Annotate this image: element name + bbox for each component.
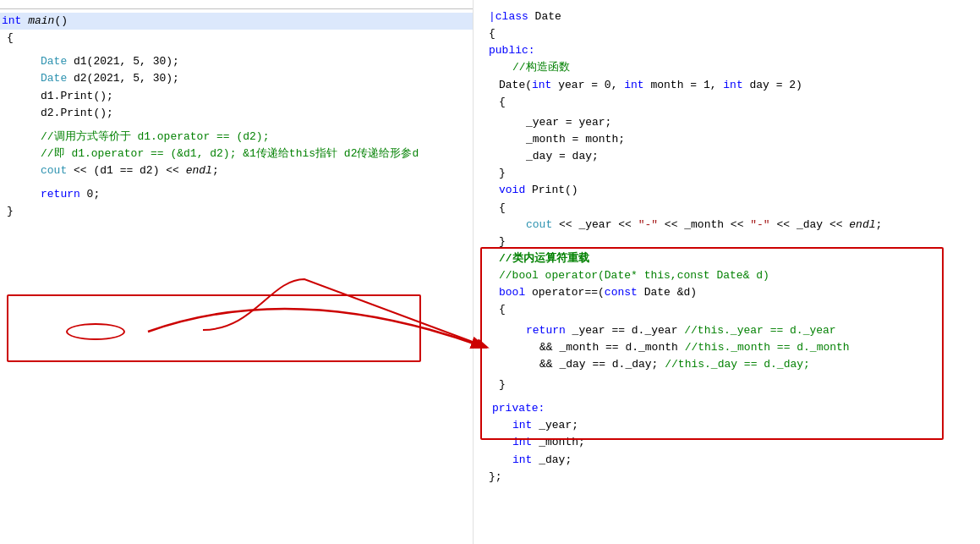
right-operator-decl: bool operator==(const Date &d): [482, 284, 980, 301]
left-comment1: //调用方式等价于 d1.operator == (d2);: [0, 129, 473, 146]
left-line-brace1: {: [0, 30, 473, 47]
left-line-d1: Date d1(2021, 5, 30);: [0, 53, 473, 70]
right-day-assign: _day = day;: [482, 148, 980, 165]
right-and-day: && _day == d._day; //this._day == d._day…: [482, 356, 980, 373]
right-comment-operator2: //bool operator(Date* this,const Date& d…: [482, 267, 980, 284]
left-line-print2: d2.Print();: [0, 105, 473, 122]
right-public: public:: [482, 42, 980, 59]
left-close-brace: }: [0, 203, 473, 220]
left-red-box: [7, 294, 421, 362]
right-return-year: return _year == d._year //this._year == …: [482, 322, 980, 339]
right-comment-constructor: //构造函数: [482, 59, 980, 76]
left-line-main: int main(): [0, 13, 473, 30]
right-print-close: }: [482, 234, 980, 250]
right-panel: |class Date { public: //构造函数 Date(int ye…: [474, 0, 980, 544]
circle-highlight: [66, 323, 125, 340]
left-line-d2: Date d2(2021, 5, 30);: [0, 70, 473, 87]
main-parens: (): [54, 13, 68, 30]
right-and-month: && _month == d._month //this._month == d…: [482, 339, 980, 356]
right-constructor-close: }: [482, 165, 980, 182]
right-private-year: int _year;: [482, 417, 980, 434]
right-op-open: {: [482, 301, 980, 318]
right-private: private:: [482, 400, 980, 417]
right-month-assign: _month = month;: [482, 131, 980, 148]
left-panel: int main() { Date d1(2021, 5, 30); Date …: [0, 0, 474, 544]
right-print-decl: void Print(): [482, 182, 980, 199]
func-main: main: [28, 13, 54, 30]
right-print-open: {: [482, 200, 980, 217]
left-line-print1: d1.Print();: [0, 88, 473, 105]
left-return: return 0;: [0, 186, 473, 203]
left-comment2: //即 d1.operator == (&d1, d2); &1传递给this指…: [0, 146, 473, 162]
kw-int: int: [2, 13, 28, 30]
right-open-brace: {: [482, 25, 980, 42]
code-container: int main() { Date d1(2021, 5, 30); Date …: [0, 0, 980, 544]
right-private-month: int _month;: [482, 434, 980, 451]
right-constructor-decl: Date(int year = 0, int month = 1, int da…: [482, 77, 980, 94]
right-op-close: }: [482, 376, 980, 393]
left-cout-line: cout << (d1 == d2) << endl;: [0, 162, 473, 179]
right-comment-operator1: //类内运算符重载: [482, 250, 980, 267]
right-class-decl: |class Date: [482, 8, 980, 25]
right-print-body: cout << _year << "-" << _month << "-" <<…: [482, 217, 980, 234]
right-constructor-open: {: [482, 94, 980, 111]
right-private-day: int _day;: [482, 452, 980, 469]
right-class-end: };: [482, 469, 980, 486]
right-year-assign: _year = year;: [482, 114, 980, 131]
